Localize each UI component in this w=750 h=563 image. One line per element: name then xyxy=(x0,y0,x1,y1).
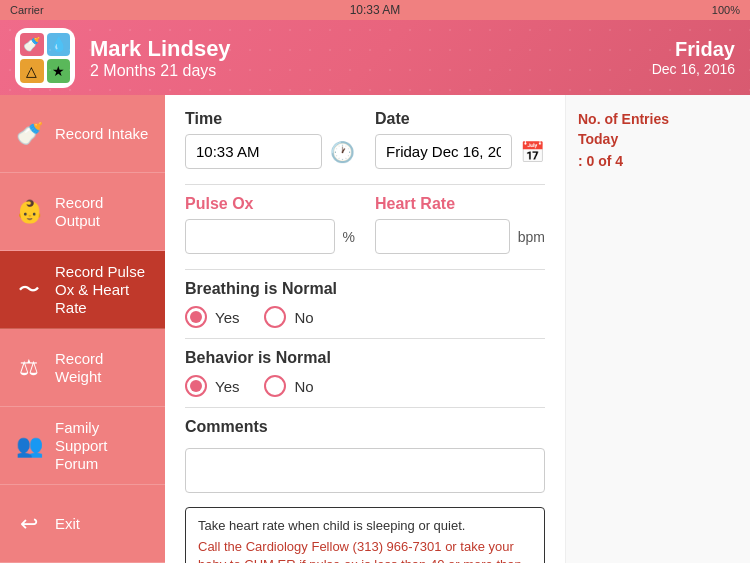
sidebar-item-record-output[interactable]: 👶 Record Output xyxy=(0,173,165,251)
breathing-label: Breathing is Normal xyxy=(185,280,545,298)
breathing-radio-group: Yes No xyxy=(185,306,545,328)
comments-section: Comments xyxy=(185,418,545,497)
pulse-hr-row: Pulse Ox % Heart Rate bpm xyxy=(185,195,545,254)
patient-info: Mark Lindsey 2 Months 21 days xyxy=(90,36,231,80)
time-date-row: Time 🕐 Date 📅 xyxy=(185,110,545,169)
full-date: Dec 16, 2016 xyxy=(652,61,735,77)
sidebar-label-forum: Family Support Forum xyxy=(55,419,150,473)
header: 🍼 💧 △ ★ Mark Lindsey 2 Months 21 days Fr… xyxy=(0,20,750,95)
sidebar-item-family-forum[interactable]: 👥 Family Support Forum xyxy=(0,407,165,485)
pulse-ox-label: Pulse Ox xyxy=(185,195,355,213)
patient-age: 2 Months 21 days xyxy=(90,62,231,80)
notice-red-text: Call the Cardiology Fellow (313) 966-730… xyxy=(198,538,532,563)
behavior-label: Behavior is Normal xyxy=(185,349,545,367)
sidebar-label-weight: Record Weight xyxy=(55,350,150,386)
weight-icon: ⚖ xyxy=(15,355,43,381)
breathing-no-radio[interactable] xyxy=(264,306,286,328)
breathing-no-option[interactable]: No xyxy=(264,306,313,328)
right-panel: No. of Entries Today : 0 of 4 xyxy=(565,95,750,563)
behavior-yes-label: Yes xyxy=(215,378,239,395)
pulse-ox-input[interactable] xyxy=(185,219,335,254)
forum-icon: 👥 xyxy=(15,433,43,459)
sidebar-label-exit: Exit xyxy=(55,515,80,533)
pulse-icon: 〜 xyxy=(15,275,43,305)
heart-rate-label: Heart Rate xyxy=(375,195,545,213)
calendar-icon[interactable]: 📅 xyxy=(520,140,545,164)
behavior-section: Behavior is Normal Yes No xyxy=(185,349,545,397)
pulse-ox-group: Pulse Ox % xyxy=(185,195,355,254)
breathing-yes-label: Yes xyxy=(215,309,239,326)
date-input-row: 📅 xyxy=(375,134,545,169)
status-bar: Carrier 10:33 AM 100% xyxy=(0,0,750,20)
divider-1 xyxy=(185,184,545,185)
time-label: Time xyxy=(185,110,355,128)
app-logo: 🍼 💧 △ ★ xyxy=(15,28,75,88)
behavior-no-radio[interactable] xyxy=(264,375,286,397)
behavior-radio-group: Yes No xyxy=(185,375,545,397)
pulse-ox-unit: % xyxy=(343,229,355,245)
sidebar-item-exit[interactable]: ↩ Exit xyxy=(0,485,165,563)
divider-3 xyxy=(185,338,545,339)
entries-count: : 0 of 4 xyxy=(578,153,738,169)
logo-cell-2: 💧 xyxy=(47,33,71,57)
breathing-yes-radio[interactable] xyxy=(185,306,207,328)
heart-rate-group: Heart Rate bpm xyxy=(375,195,545,254)
output-icon: 👶 xyxy=(15,199,43,225)
breathing-yes-option[interactable]: Yes xyxy=(185,306,239,328)
time-group: Time 🕐 xyxy=(185,110,355,169)
logo-cell-4: ★ xyxy=(47,59,71,83)
entries-label: No. of Entries Today xyxy=(578,110,738,149)
sidebar-label-output: Record Output xyxy=(55,194,150,230)
breathing-section: Breathing is Normal Yes No xyxy=(185,280,545,328)
main-layout: 🍼 Record Intake 👶 Record Output 〜 Record… xyxy=(0,95,750,563)
heart-rate-input[interactable] xyxy=(375,219,510,254)
date-label: Date xyxy=(375,110,545,128)
entries-label-line2: Today xyxy=(578,131,618,147)
logo-cell-3: △ xyxy=(20,59,44,83)
divider-2 xyxy=(185,269,545,270)
time-input[interactable] xyxy=(185,134,322,169)
behavior-no-option[interactable]: No xyxy=(264,375,313,397)
main-content: Time 🕐 Date 📅 Pulse Ox % xyxy=(165,95,565,563)
heart-rate-unit: bpm xyxy=(518,229,545,245)
heart-rate-input-row: bpm xyxy=(375,219,545,254)
notice-box: Take heart rate when child is sleeping o… xyxy=(185,507,545,563)
sidebar-label-intake: Record Intake xyxy=(55,125,148,143)
header-date: Friday Dec 16, 2016 xyxy=(652,38,735,77)
pulse-ox-input-row: % xyxy=(185,219,355,254)
entries-label-line1: No. of Entries xyxy=(578,111,669,127)
date-group: Date 📅 xyxy=(375,110,545,169)
notice-regular-text: Take heart rate when child is sleeping o… xyxy=(198,518,532,533)
exit-icon: ↩ xyxy=(15,511,43,537)
sidebar-label-pulse: Record Pulse Ox & Heart Rate xyxy=(55,263,150,317)
day-label: Friday xyxy=(652,38,735,61)
time-input-row: 🕐 xyxy=(185,134,355,169)
comments-input[interactable] xyxy=(185,448,545,493)
status-time: 10:33 AM xyxy=(350,3,401,17)
behavior-yes-option[interactable]: Yes xyxy=(185,375,239,397)
patient-name: Mark Lindsey xyxy=(90,36,231,62)
carrier-label: Carrier xyxy=(10,4,44,16)
behavior-no-label: No xyxy=(294,378,313,395)
comments-label: Comments xyxy=(185,418,545,436)
divider-4 xyxy=(185,407,545,408)
sidebar-item-record-intake[interactable]: 🍼 Record Intake xyxy=(0,95,165,173)
behavior-yes-radio[interactable] xyxy=(185,375,207,397)
date-input[interactable] xyxy=(375,134,512,169)
breathing-no-label: No xyxy=(294,309,313,326)
sidebar-item-record-pulse[interactable]: 〜 Record Pulse Ox & Heart Rate xyxy=(0,251,165,329)
sidebar: 🍼 Record Intake 👶 Record Output 〜 Record… xyxy=(0,95,165,563)
sidebar-item-record-weight[interactable]: ⚖ Record Weight xyxy=(0,329,165,407)
logo-cell-1: 🍼 xyxy=(20,33,44,57)
battery-label: 100% xyxy=(712,4,740,16)
intake-icon: 🍼 xyxy=(15,121,43,147)
clock-icon[interactable]: 🕐 xyxy=(330,140,355,164)
